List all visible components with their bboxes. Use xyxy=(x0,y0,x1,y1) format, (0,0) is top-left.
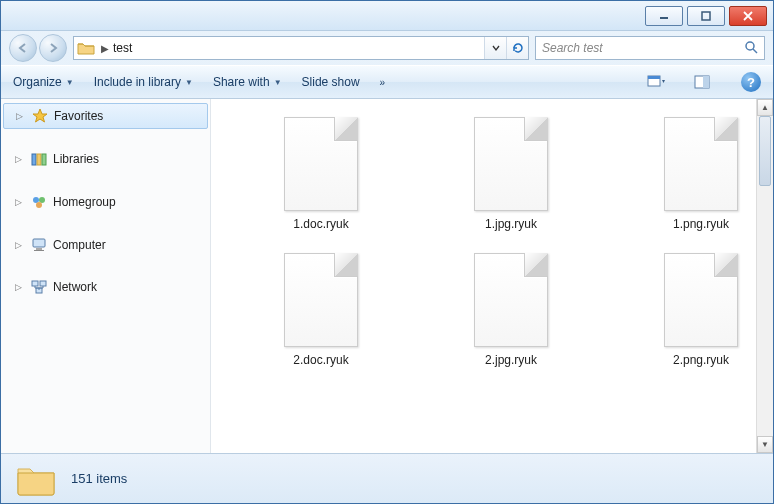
scroll-down-button[interactable]: ▼ xyxy=(757,436,773,453)
share-label: Share with xyxy=(213,75,270,89)
forward-arrow-icon xyxy=(47,42,59,54)
file-item[interactable]: 2.jpg.ryuk xyxy=(431,253,591,367)
address-dropdown-button[interactable] xyxy=(484,37,506,59)
file-item[interactable]: 1.doc.ryuk xyxy=(241,117,401,231)
file-name: 1.doc.ryuk xyxy=(293,217,348,231)
navigation-pane[interactable]: ▷ Favorites ▷ Libraries ▷ Homegroup ▷ Co… xyxy=(1,99,211,453)
network-icon xyxy=(31,280,47,294)
svg-rect-16 xyxy=(32,281,38,286)
refresh-icon xyxy=(512,42,524,54)
file-name: 2.doc.ryuk xyxy=(293,353,348,367)
svg-point-12 xyxy=(36,202,42,208)
file-item[interactable]: 2.png.ryuk xyxy=(621,253,773,367)
minimize-icon xyxy=(659,11,669,21)
file-icon xyxy=(474,117,548,211)
command-bar: Organize▼ Include in library▼ Share with… xyxy=(1,65,773,99)
file-icon xyxy=(474,253,548,347)
share-with-menu[interactable]: Share with▼ xyxy=(213,75,282,89)
forward-button[interactable] xyxy=(39,34,67,62)
overflow-menu[interactable]: » xyxy=(380,77,386,88)
expand-icon: ▷ xyxy=(16,111,26,121)
view-options-button[interactable] xyxy=(643,71,669,93)
svg-rect-4 xyxy=(648,76,660,79)
libraries-icon xyxy=(31,152,47,166)
svg-rect-7 xyxy=(32,154,36,165)
svg-rect-9 xyxy=(42,154,46,165)
scroll-thumb[interactable] xyxy=(759,116,771,186)
back-arrow-icon xyxy=(17,42,29,54)
organize-label: Organize xyxy=(13,75,62,89)
breadcrumb-separator-icon: ▶ xyxy=(97,43,113,54)
search-input[interactable]: Search test xyxy=(535,36,765,60)
chevron-down-icon: ▼ xyxy=(274,78,282,87)
slide-show-button[interactable]: Slide show xyxy=(302,75,360,89)
scroll-up-button[interactable]: ▲ xyxy=(757,99,773,116)
sidebar-item-label: Favorites xyxy=(54,109,103,123)
address-bar[interactable]: ▶ test xyxy=(73,36,529,60)
sidebar-item-label: Homegroup xyxy=(53,195,116,209)
view-icon xyxy=(647,75,665,89)
homegroup-icon xyxy=(31,194,47,210)
vertical-scrollbar[interactable]: ▲ ▼ xyxy=(756,99,773,453)
computer-icon xyxy=(31,238,47,252)
chevron-right-icon: » xyxy=(380,77,386,88)
nav-history-buttons xyxy=(9,34,67,62)
svg-point-11 xyxy=(39,197,45,203)
maximize-button[interactable] xyxy=(687,6,725,26)
expand-icon: ▷ xyxy=(15,154,25,164)
svg-rect-14 xyxy=(36,248,42,250)
scroll-track[interactable] xyxy=(757,116,773,436)
star-icon xyxy=(32,108,48,124)
file-grid: 1.doc.ryuk 1.jpg.ryuk 1.png.ryuk 2.doc.r… xyxy=(211,99,773,385)
sidebar-item-label: Computer xyxy=(53,238,106,252)
file-icon xyxy=(664,117,738,211)
close-icon xyxy=(743,11,753,21)
file-item[interactable]: 1.jpg.ryuk xyxy=(431,117,591,231)
svg-rect-17 xyxy=(40,281,46,286)
help-button[interactable]: ? xyxy=(741,72,761,92)
title-bar xyxy=(1,1,773,31)
refresh-button[interactable] xyxy=(506,37,528,59)
maximize-icon xyxy=(701,11,711,21)
sidebar-item-network[interactable]: ▷ Network xyxy=(1,275,210,299)
file-item[interactable]: 2.doc.ryuk xyxy=(241,253,401,367)
sidebar-item-computer[interactable]: ▷ Computer xyxy=(1,233,210,257)
organize-menu[interactable]: Organize▼ xyxy=(13,75,74,89)
minimize-button[interactable] xyxy=(645,6,683,26)
file-name: 2.jpg.ryuk xyxy=(485,353,537,367)
expand-icon: ▷ xyxy=(15,240,25,250)
sidebar-item-favorites[interactable]: ▷ Favorites xyxy=(3,103,208,129)
file-name: 2.png.ryuk xyxy=(673,353,729,367)
svg-rect-6 xyxy=(703,76,709,88)
expand-icon: ▷ xyxy=(15,197,25,207)
back-button[interactable] xyxy=(9,34,37,62)
svg-rect-0 xyxy=(660,17,668,19)
expand-icon: ▷ xyxy=(15,282,25,292)
file-item[interactable]: 1.png.ryuk xyxy=(621,117,773,231)
close-button[interactable] xyxy=(729,6,767,26)
slideshow-label: Slide show xyxy=(302,75,360,89)
file-icon xyxy=(284,253,358,347)
preview-pane-icon xyxy=(694,75,710,89)
breadcrumb-folder[interactable]: test xyxy=(113,41,132,55)
sidebar-item-libraries[interactable]: ▷ Libraries xyxy=(1,147,210,171)
explorer-body: ▷ Favorites ▷ Libraries ▷ Homegroup ▷ Co… xyxy=(1,99,773,453)
details-pane: 151 items xyxy=(1,453,773,503)
explorer-window: ▶ test Search test Organize▼ Include in … xyxy=(0,0,774,504)
sidebar-item-homegroup[interactable]: ▷ Homegroup xyxy=(1,189,210,215)
folder-icon xyxy=(75,37,97,59)
svg-rect-13 xyxy=(33,239,45,247)
file-icon xyxy=(284,117,358,211)
search-placeholder: Search test xyxy=(542,41,603,55)
file-icon xyxy=(664,253,738,347)
file-view[interactable]: 1.doc.ryuk 1.jpg.ryuk 1.png.ryuk 2.doc.r… xyxy=(211,99,773,453)
svg-rect-8 xyxy=(37,154,41,165)
svg-point-2 xyxy=(746,42,754,50)
file-name: 1.jpg.ryuk xyxy=(485,217,537,231)
include-in-library-menu[interactable]: Include in library▼ xyxy=(94,75,193,89)
sidebar-item-label: Network xyxy=(53,280,97,294)
svg-rect-1 xyxy=(702,12,710,20)
preview-pane-button[interactable] xyxy=(689,71,715,93)
svg-point-10 xyxy=(33,197,39,203)
chevron-down-icon: ▼ xyxy=(185,78,193,87)
